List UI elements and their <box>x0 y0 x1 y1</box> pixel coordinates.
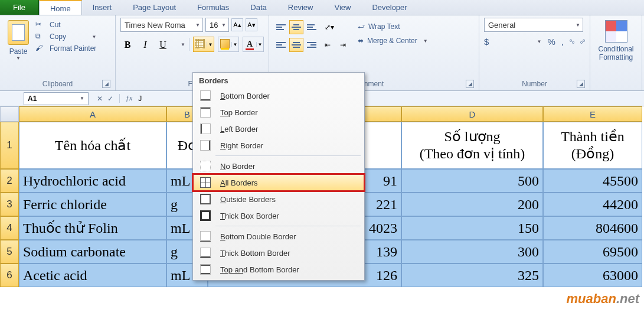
tab-pagelayout[interactable]: Page Layout <box>122 0 187 15</box>
border-option-right[interactable]: Right Border <box>193 137 364 154</box>
dialog-launcher-clipboard[interactable]: ◢ <box>102 80 110 88</box>
align-middle-button[interactable] <box>289 20 303 34</box>
border-option-tb[interactable]: Top and Bottom Border <box>193 261 364 278</box>
cancel-formula-button[interactable]: ✕ <box>97 95 103 103</box>
chevron-down-icon: ▼ <box>207 42 214 47</box>
align-center-button[interactable] <box>289 38 303 52</box>
group-label-clipboard: Clipboard <box>43 80 73 88</box>
cell[interactable]: Thuốc thử Folin <box>19 216 166 240</box>
chevron-down-icon: ▼ <box>573 22 580 28</box>
font-name-combo[interactable]: Times New Roma▼ <box>120 18 203 32</box>
copy-button[interactable]: ⧉Copy▼ <box>35 32 96 41</box>
cell[interactable]: 200 <box>401 193 543 216</box>
cell[interactable]: Hydrochloric acid <box>19 169 166 193</box>
border-option-bottom[interactable]: Bottom Border <box>193 87 364 104</box>
font-color-button[interactable]: A▼ <box>243 37 264 52</box>
underline-button[interactable]: U <box>156 37 170 52</box>
border-option-tbot[interactable]: Thick Bottom Border <box>193 245 364 261</box>
cell[interactable]: Thành tiền(Đồng) <box>543 122 642 169</box>
tab-insert[interactable]: Insert <box>82 0 123 15</box>
border-option-outside[interactable]: Outside Borders <box>193 191 364 207</box>
cell[interactable]: 44200 <box>543 193 642 216</box>
dialog-launcher-number[interactable]: ◢ <box>577 80 585 88</box>
bold-button[interactable]: B <box>120 37 135 52</box>
border-right-icon <box>198 139 213 151</box>
col-header[interactable]: D <box>401 106 543 122</box>
formula-input[interactable]: J <box>132 95 142 103</box>
cell[interactable]: 63000 <box>543 264 642 287</box>
border-top-icon <box>198 106 213 118</box>
border-option-all[interactable]: All Borders <box>193 174 364 191</box>
align-right-button[interactable] <box>305 38 319 52</box>
cell[interactable]: Tên hóa chất <box>19 122 166 169</box>
grow-font-button[interactable]: A▴ <box>231 18 243 31</box>
row-header[interactable]: 4 <box>0 216 19 240</box>
row-header[interactable]: 3 <box>0 193 19 216</box>
border-option-dbot[interactable]: Bottom Double Border <box>193 228 364 245</box>
cell[interactable]: 69500 <box>543 240 642 264</box>
currency-button[interactable]: $ <box>484 37 489 47</box>
cell[interactable]: 500 <box>401 169 543 193</box>
tab-file[interactable]: File <box>0 0 39 15</box>
format-painter-button[interactable]: 🖌Format Painter <box>35 44 96 53</box>
cell[interactable]: 804600 <box>543 216 642 240</box>
tab-formulas[interactable]: Formulas <box>187 0 240 15</box>
cell[interactable]: 45500 <box>543 169 642 193</box>
row-header[interactable]: 5 <box>0 240 19 264</box>
tab-home[interactable]: Home <box>39 0 82 15</box>
border-option-left[interactable]: Left Border <box>193 121 364 137</box>
number-format-combo[interactable]: General▼ <box>484 18 583 32</box>
cell[interactable]: 325 <box>401 264 543 287</box>
align-top-button[interactable] <box>274 20 288 34</box>
tab-developer[interactable]: Developer <box>361 0 417 15</box>
comma-button[interactable]: , <box>561 37 564 47</box>
border-option-top[interactable]: Top Border <box>193 104 364 121</box>
border-option-none[interactable]: No Border <box>193 158 364 174</box>
cell[interactable]: Số lượng(Theo đơn vị tính) <box>401 122 543 169</box>
increase-indent-button[interactable]: ⇥ <box>338 38 352 52</box>
border-option-label: All Borders <box>220 178 258 187</box>
cell[interactable]: Acetic acid <box>19 264 166 287</box>
cell[interactable]: Ferric chloride <box>19 193 166 216</box>
decrease-indent-button[interactable]: ⇤ <box>322 38 336 52</box>
col-header[interactable]: E <box>543 106 642 122</box>
name-box[interactable]: A1▼ <box>24 92 89 105</box>
align-left-button[interactable] <box>274 38 288 52</box>
increase-decimal-button[interactable]: ⁰₀ <box>570 39 574 45</box>
italic-button[interactable]: I <box>138 37 152 52</box>
shrink-font-button[interactable]: A▾ <box>246 18 257 31</box>
enter-formula-button[interactable]: ✓ <box>107 95 113 103</box>
tab-data[interactable]: Data <box>240 0 277 15</box>
chevron-down-icon[interactable]: ▼ <box>535 39 542 44</box>
conditional-formatting-button[interactable]: Conditional Formatting <box>595 18 637 87</box>
border-option-thick[interactable]: Thick Box Border <box>193 207 364 224</box>
decrease-decimal-button[interactable]: ₀⁰ <box>580 39 585 45</box>
chevron-down-icon: ▼ <box>77 96 84 101</box>
cut-button[interactable]: ✂Cut <box>35 20 96 30</box>
row-header[interactable]: 6 <box>0 264 19 287</box>
wrap-text-button[interactable]: ⮐Wrap Text <box>355 21 430 32</box>
cell[interactable]: 150 <box>401 216 543 240</box>
orientation-button[interactable]: ⤢▾ <box>322 20 340 34</box>
name-box-value: A1 <box>28 95 37 103</box>
select-all-corner[interactable] <box>0 106 19 122</box>
tab-review[interactable]: Review <box>277 0 324 15</box>
cell[interactable]: 300 <box>401 240 543 264</box>
fx-label[interactable]: ƒx <box>119 94 132 103</box>
tab-view[interactable]: View <box>323 0 361 15</box>
dialog-launcher-alignment[interactable]: ◢ <box>466 80 474 88</box>
align-bottom-button[interactable] <box>305 20 319 34</box>
paste-button[interactable]: Paste ▼ <box>5 18 32 79</box>
col-header[interactable]: A <box>19 106 166 122</box>
fill-color-button[interactable]: ▼ <box>218 37 239 52</box>
cell[interactable]: Sodium carbonate <box>19 240 166 264</box>
group-styles: Conditional Formatting <box>590 15 642 90</box>
borders-button[interactable]: ▼ <box>193 37 214 52</box>
chevron-down-icon[interactable]: ▼ <box>178 42 185 47</box>
row-header[interactable]: 2 <box>0 169 19 193</box>
group-number: General▼ $▼ % , ⁰₀ ₀⁰ Number◢ <box>479 15 590 90</box>
merge-center-button[interactable]: ⬌Merge & Center▼ <box>355 35 430 46</box>
percent-button[interactable]: % <box>547 37 555 47</box>
row-header[interactable]: 1 <box>0 122 19 169</box>
font-size-combo[interactable]: 16▼ <box>205 18 229 32</box>
